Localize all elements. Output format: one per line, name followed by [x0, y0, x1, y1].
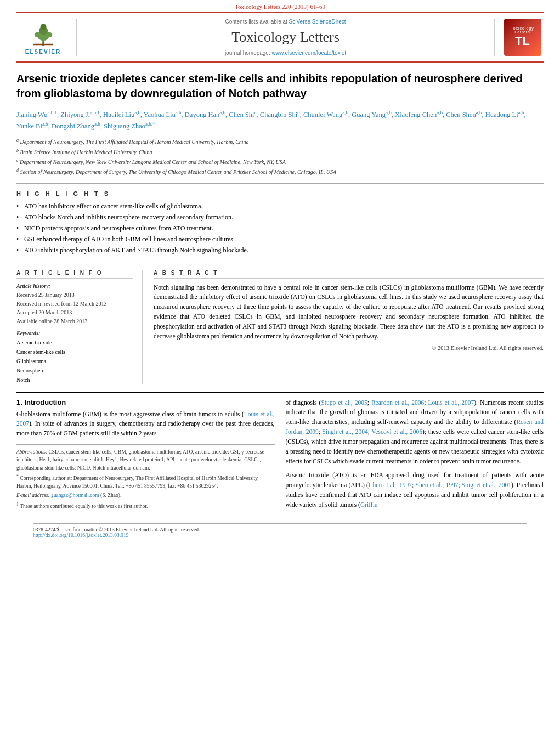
divider-1	[16, 183, 544, 184]
article-dates: Received 25 January 2013 Received in rev…	[16, 291, 133, 326]
received-date: Received 25 January 2013	[16, 291, 133, 299]
intro-text-col2b: Arsenic trioxide (ATO) is an FDA-approve…	[286, 471, 544, 510]
author-13: Yunke Bia,b	[16, 122, 48, 130]
affiliation-b: b Brain Science Institute of Harbin Medi…	[16, 148, 544, 156]
revised-date: Received in revised form 12 March 2013	[16, 299, 133, 308]
affiliation-a: a Department of Neurosurgery, The First …	[16, 137, 544, 146]
ref-louis-2007b[interactable]: Louis et al., 2007	[428, 399, 474, 406]
keyword-5: Notch	[16, 375, 133, 384]
authors-line: Jianing Wua,b,1, Zhiyong Jia,b,1, Huaile…	[16, 109, 544, 132]
divider-3	[16, 392, 544, 393]
body-left-col: 1. Introduction Glioblastoma multiforme …	[16, 398, 275, 514]
journal-name: Toxicology Letters	[231, 29, 340, 46]
sciverse-text: Contents lists available at SciVerse Sci…	[225, 19, 346, 25]
footnotes-area: Abbreviations: CSLCs, cancer stem-like c…	[16, 444, 275, 510]
journal-reference-bar: Toxicology Letters 220 (2013) 61–69	[0, 0, 560, 12]
footnote-email: E-mail address: guangsz@hotmail.com (S. …	[16, 491, 275, 499]
svg-point-3	[40, 24, 46, 30]
info-abstract-section: A R T I C L E I N F O Article history: R…	[16, 270, 544, 384]
author-2: Zhiyong Jia,b,1	[60, 111, 99, 118]
elsevier-tree-icon	[27, 20, 60, 47]
journal-reference-text: Toxicology Letters 220 (2013) 61–69	[235, 3, 325, 10]
bottom-bar: 0378-4274/$ – see front matter © 2013 El…	[33, 523, 527, 538]
ref-singh-2004[interactable]: Singh et al., 2004	[323, 428, 368, 435]
svg-rect-6	[33, 44, 53, 46]
journal-homepage: journal homepage: www.elsevier.com/locat…	[225, 50, 346, 56]
svg-point-5	[46, 32, 52, 37]
page: Toxicology Letters 220 (2013) 61–69 ELSE…	[0, 0, 560, 741]
intro-heading: 1. Introduction	[16, 398, 275, 406]
author-10: Xiaofeng Chena,b	[395, 111, 443, 118]
ref-stupp-2005[interactable]: Stupp et al., 2005	[321, 399, 367, 406]
article-history-label: Article history:	[16, 283, 133, 289]
sciverse-link[interactable]: SciVerse ScienceDirect	[289, 19, 346, 25]
ref-griffin[interactable]: Griffin	[360, 501, 378, 508]
ref-soignet-2001[interactable]: Soignet et al., 2001	[462, 482, 511, 488]
author-9: Guang Yanga,b	[352, 111, 392, 118]
author-6: Chen Shic	[229, 111, 256, 118]
author-11: Chen Shena,b	[446, 111, 482, 118]
doi-link[interactable]: http://dx.doi.org/10.1016/j.toxlet.2013.…	[33, 533, 128, 538]
highlights-list: ATO has inhibitory effect on cancer stem…	[16, 201, 544, 255]
article-info-label: A R T I C L E I N F O	[16, 270, 133, 279]
author-7: Changbin Shid	[260, 111, 300, 118]
author-12: Huadong Lia,b	[485, 111, 524, 118]
keyword-2: Cancer stem-like cells	[16, 347, 133, 357]
journal-title-area: Contents lists available at SciVerse Sci…	[77, 19, 494, 56]
elsevier-logo: ELSEVIER	[16, 19, 77, 56]
abstract-label: A B S T R A C T	[154, 270, 544, 279]
intro-text-col2: of diagnosis (Stupp et al., 2005; Reardo…	[286, 398, 544, 467]
author-3: Huailei Liua,b	[103, 111, 140, 118]
tl-logo-box: Toxicology Letters TL	[504, 19, 541, 56]
ref-chen-1997[interactable]: Chen et al., 1997	[369, 482, 412, 488]
accepted-date: Accepted 20 March 2013	[16, 308, 133, 317]
highlight-1: ATO has inhibitory effect on cancer stem…	[16, 201, 544, 211]
highlights-label: H I G H L I G H T S	[16, 190, 544, 197]
tl-logo-letters-label: Letters	[514, 30, 530, 34]
author-8: Chunlei Wanga,b	[303, 111, 348, 118]
tl-logo-top-text: Toxicology	[511, 26, 534, 30]
ref-vescovi-2006[interactable]: Vescovi et al., 2006	[371, 428, 422, 435]
ref-reardon-2006[interactable]: Reardon et al., 2006	[371, 399, 424, 406]
issn-text: 0378-4274/$ – see front matter © 2013 El…	[33, 527, 527, 533]
tl-logo: Toxicology Letters TL	[494, 19, 544, 56]
keywords-list: Arsenic trioxide Cancer stem-like cells …	[16, 338, 133, 384]
affiliations: a Department of Neurosurgery, The First …	[16, 137, 544, 176]
tl-logo-letters: TL	[515, 34, 530, 48]
svg-point-4	[34, 32, 40, 37]
copyright-text: © 2013 Elsevier Ireland Ltd. All rights …	[154, 345, 544, 351]
author-4: Yaohua Liua,b	[144, 111, 182, 118]
body-columns: 1. Introduction Glioblastoma multiforme …	[16, 398, 544, 514]
abstract-column: A B S T R A C T Notch signaling has been…	[154, 270, 544, 384]
abstract-text: Notch signaling has been demonstrated to…	[154, 283, 544, 342]
highlight-5: ATO inhibits phosphorylation of AKT and …	[16, 245, 544, 255]
highlight-3: NICD protects apoptosis and neurosphere …	[16, 223, 544, 233]
body-right-col: of diagnosis (Stupp et al., 2005; Reardo…	[286, 398, 544, 514]
homepage-link[interactable]: www.elsevier.com/locate/toxlet	[272, 50, 347, 56]
author-1: Jianing Wua,b,1	[16, 111, 57, 118]
author-15: Shiguang Zhaoa,b,*	[104, 122, 155, 130]
article-title: Arsenic trioxide depletes cancer stem-li…	[16, 71, 544, 101]
keywords-label: Keywords:	[16, 330, 133, 336]
journal-header: ELSEVIER Contents lists available at Sci…	[16, 12, 544, 63]
author-5: Dayong Hana,b	[185, 111, 225, 118]
online-date: Available online 28 March 2013	[16, 317, 133, 326]
divider-2	[16, 263, 544, 263]
main-content: Arsenic trioxide depletes cancer stem-li…	[16, 63, 544, 538]
ref-louis-2007[interactable]: Louis et al., 2007	[16, 411, 275, 427]
keyword-3: Glioblastoma	[16, 357, 133, 366]
highlight-4: GSI enhanced therapy of ATO in both GBM …	[16, 234, 544, 244]
footnote-corresponding: * Corresponding author at: Department of…	[16, 473, 275, 490]
email-link[interactable]: guangsz@hotmail.com	[51, 493, 99, 498]
ref-shen-1997[interactable]: Shen et al., 1997	[415, 482, 458, 488]
footnote-equal-contrib: 1 These authors contributed equally to t…	[16, 501, 275, 510]
elsevier-brand-text: ELSEVIER	[25, 49, 61, 55]
highlight-2: ATO blocks Notch and inhibits neurospher…	[16, 212, 544, 222]
keyword-4: Neurosphere	[16, 366, 133, 375]
footnote-abbreviations: Abbreviations: CSLCs, cancer stem-like c…	[16, 448, 275, 472]
intro-text-col1: Glioblastoma multiforme (GBM) is the mos…	[16, 410, 275, 439]
affiliation-d: d Section of Neurosurgery, Department of…	[16, 167, 544, 176]
author-14: Dongzhi Zhanga,b	[52, 122, 100, 130]
affiliation-c: c Department of Neurosurgery, New York U…	[16, 157, 544, 166]
highlights-section: H I G H L I G H T S ATO has inhibitory e…	[16, 190, 544, 255]
